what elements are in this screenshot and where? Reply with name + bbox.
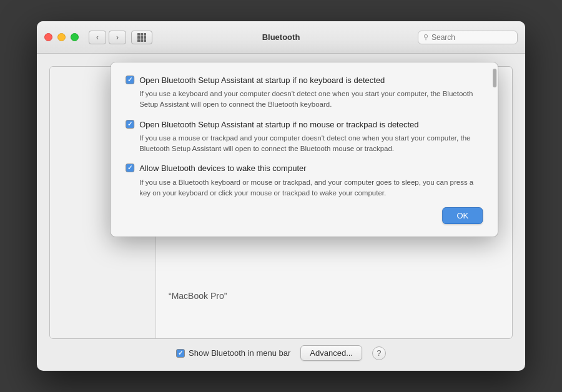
option2-title: Open Bluetooth Setup Assistant at startu…	[139, 119, 418, 130]
titlebar: ‹ › Bluetooth ⚲	[37, 21, 525, 54]
option1-checkbox[interactable]: ✓	[126, 76, 134, 84]
checkbox-checkmark: ✓	[127, 165, 132, 171]
show-bluetooth-checkbox[interactable]: ✓	[176, 349, 185, 358]
option2-desc: If you use a mouse or trackpad and your …	[126, 133, 483, 155]
macbook-text: “MacBook Pro”	[169, 291, 227, 301]
show-bluetooth-option: ✓ Show Bluetooth in menu bar	[176, 348, 290, 358]
option3-desc: If you use a Bluetooth keyboard or mouse…	[126, 177, 483, 199]
help-button[interactable]: ?	[372, 346, 386, 360]
scrollbar[interactable]	[493, 69, 496, 87]
option1-desc: If you use a keyboard and your computer …	[126, 89, 483, 110]
option2-checkbox[interactable]: ✓	[126, 120, 134, 129]
search-input[interactable]	[431, 33, 512, 42]
checkbox-checkmark: ✓	[178, 350, 183, 356]
checkbox-checkmark: ✓	[127, 121, 132, 127]
forward-button[interactable]: ›	[109, 31, 126, 44]
option1-row: ✓ Open Bluetooth Setup Assistant at star…	[126, 75, 483, 86]
search-icon: ⚲	[423, 33, 428, 41]
ok-button[interactable]: OK	[442, 207, 483, 224]
nav-buttons: ‹ ›	[89, 31, 152, 44]
minimize-button[interactable]	[57, 33, 66, 41]
content-area: “MacBook Pro” ✓ Open Bluetooth Setup Ass…	[37, 54, 525, 371]
search-bar[interactable]: ⚲	[418, 31, 518, 44]
dialog-bottom: OK	[126, 207, 483, 224]
checkbox-checkmark: ✓	[127, 77, 132, 83]
option2-row: ✓ Open Bluetooth Setup Assistant at star…	[126, 119, 483, 130]
bottom-bar: ✓ Show Bluetooth in menu bar Advanced...…	[49, 345, 513, 361]
traffic-lights	[44, 33, 79, 41]
option3-checkbox[interactable]: ✓	[126, 164, 134, 172]
grid-button[interactable]	[131, 31, 152, 44]
option3-row: ✓ Allow Bluetooth devices to wake this c…	[126, 163, 483, 174]
advanced-button[interactable]: Advanced...	[300, 345, 362, 361]
close-button[interactable]	[44, 33, 52, 41]
option1-title: Open Bluetooth Setup Assistant at startu…	[139, 75, 385, 86]
window-title: Bluetooth	[262, 32, 300, 42]
maximize-button[interactable]	[71, 33, 79, 41]
show-bluetooth-label: Show Bluetooth in menu bar	[189, 348, 290, 358]
back-button[interactable]: ‹	[89, 31, 106, 44]
main-window: ‹ › Bluetooth ⚲ “MacBook Pro”	[37, 21, 525, 371]
option3-title: Allow Bluetooth devices to wake this com…	[139, 163, 306, 174]
advanced-dialog: ✓ Open Bluetooth Setup Assistant at star…	[111, 62, 498, 237]
